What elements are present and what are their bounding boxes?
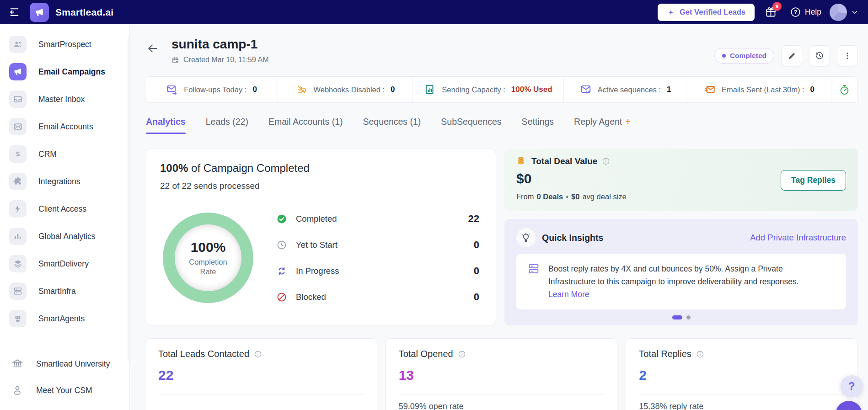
sidebar-item-smartdelivery[interactable]: SmartDelivery xyxy=(0,250,129,277)
tab-analytics[interactable]: Analytics xyxy=(146,117,186,134)
stopwatch-icon xyxy=(838,84,851,96)
sidebar-scrollbar[interactable] xyxy=(128,37,129,362)
help-circle-icon: ? xyxy=(790,6,801,18)
info-icon[interactable] xyxy=(458,350,466,358)
inbox-icon xyxy=(9,91,27,108)
history-button[interactable] xyxy=(809,45,830,66)
puzzle-icon xyxy=(9,173,27,190)
insight-text: Boost reply rates by 4X and cut bounces … xyxy=(548,262,810,301)
sidebar-item-smartlead-university[interactable]: Smartlead University xyxy=(0,351,129,377)
sidebar-item-email-accounts[interactable]: Email Accounts xyxy=(0,113,129,140)
tab-subsequences[interactable]: SubSequences xyxy=(441,117,501,134)
info-icon[interactable] xyxy=(696,350,704,358)
sidebar-item-smartinfra[interactable]: SmartInfra xyxy=(0,277,129,305)
person-icon xyxy=(11,384,23,396)
chevron-down-icon[interactable] xyxy=(851,8,859,16)
sidebar-footer: Smartlead University Meet Your CSM xyxy=(0,351,129,404)
sidebar-item-smartprospect[interactable]: SmartProspect xyxy=(0,31,129,58)
sidebar-item-crm[interactable]: $ CRM xyxy=(0,140,129,168)
learn-more-link[interactable]: Learn More xyxy=(548,290,589,299)
lightbulb-icon xyxy=(516,228,536,247)
bolt-icon xyxy=(9,200,27,218)
sidebar-item-meet-your-csm[interactable]: Meet Your CSM xyxy=(0,377,129,404)
smartlead-logo[interactable] xyxy=(30,3,49,22)
help-fab[interactable]: ? xyxy=(841,375,863,397)
megaphone-icon xyxy=(9,63,27,80)
mail-forward-icon xyxy=(166,84,178,96)
metric-title: Total Opened xyxy=(399,349,605,359)
tab-bar: Analytics Leads (22) Email Accounts (1) … xyxy=(145,117,858,134)
insight-item: Boost reply rates by 4X and cut bounces … xyxy=(516,254,846,309)
total-replies-card: Total Replies 2 15.38% reply rate xyxy=(626,338,858,410)
stat-webhooks-disabled: Webhooks Disabled : 0 xyxy=(278,77,413,102)
metric-value: 13 xyxy=(399,367,605,383)
users-icon xyxy=(9,36,27,53)
quick-insights-card: Quick Insights Add Private Infrastructur… xyxy=(504,219,858,325)
check-circle-icon xyxy=(275,213,288,224)
bar-chart-icon xyxy=(9,228,27,245)
metric-subtext: 59.09% open rate xyxy=(399,402,605,410)
svg-text:?: ? xyxy=(794,9,798,16)
legend-row-in-progress: In Progress 0 xyxy=(275,258,481,284)
edit-button[interactable] xyxy=(781,45,802,66)
quick-insights-title: Quick Insights xyxy=(542,233,603,243)
deal-card-title: Total Deal Value xyxy=(531,156,597,166)
sidebar-item-smartagents[interactable]: SmartAgents xyxy=(0,305,129,332)
envelope-icon xyxy=(9,118,27,135)
legend-row-blocked: Blocked 0 xyxy=(275,284,481,310)
sidebar-item-integrations[interactable]: Integrations xyxy=(0,168,129,195)
sidebar-item-email-campaigns[interactable]: Email Campaigns xyxy=(0,58,129,85)
coins-icon xyxy=(516,156,527,166)
more-options-button[interactable] xyxy=(837,45,858,66)
sync-icon xyxy=(275,266,288,277)
sidebar-item-global-analytics[interactable]: Global Analytics xyxy=(0,223,129,250)
gift-icon[interactable]: 9 xyxy=(765,6,777,18)
kebab-menu-icon xyxy=(843,51,852,60)
get-verified-leads-button[interactable]: Get Verified Leads xyxy=(658,4,755,21)
metric-title: Total Leads Contacted xyxy=(158,349,364,359)
metric-value: 2 xyxy=(639,367,845,383)
capacity-chart-icon xyxy=(424,84,436,96)
sidebar-item-client-access[interactable]: Client Access xyxy=(0,195,129,223)
back-button[interactable] xyxy=(146,42,160,55)
blocked-icon xyxy=(275,292,288,303)
page-header: sunita camp-1 Created Mar 10, 11:59 AM C… xyxy=(145,37,858,66)
carousel-dot[interactable] xyxy=(686,315,691,319)
tag-replies-button[interactable]: Tag Replies xyxy=(781,170,846,191)
collapse-sidebar-icon[interactable] xyxy=(8,6,21,18)
info-icon[interactable] xyxy=(254,350,262,358)
created-row: Created Mar 10, 11:59 AM xyxy=(171,56,268,64)
add-private-infrastructure-link[interactable]: Add Private Infrastructure xyxy=(750,233,846,243)
history-icon xyxy=(814,51,825,61)
tab-leads[interactable]: Leads (22) xyxy=(206,117,248,134)
pencil-icon xyxy=(787,51,797,61)
carousel-dots xyxy=(516,315,846,319)
stat-timer[interactable] xyxy=(831,77,857,102)
help-button[interactable]: ? Help xyxy=(790,6,821,18)
mail-sent-icon xyxy=(704,84,716,96)
university-icon xyxy=(11,358,23,370)
question-mark-icon: ? xyxy=(848,380,855,393)
deal-subtext: From 0 Deals • $0 avg deal size xyxy=(516,192,846,201)
brand-name: Smartlead.ai xyxy=(55,7,113,18)
total-deal-value-card: Total Deal Value $0 From 0 Deals • $0 av… xyxy=(504,149,858,211)
tab-settings[interactable]: Settings xyxy=(522,117,554,134)
divider xyxy=(399,394,605,394)
completion-legend: Completed 22 Yet to Start 0 In Progress … xyxy=(275,206,481,310)
campaign-stats-bar: Follow-ups Today : 0 Webhooks Disabled :… xyxy=(145,76,858,103)
campaign-completion-card: 100% of Campaign Completed 22 of 22 send… xyxy=(145,149,496,325)
page-title: sunita camp-1 xyxy=(171,37,268,52)
total-leads-contacted-card: Total Leads Contacted 22 xyxy=(145,338,377,410)
sidebar-item-master-inbox[interactable]: Master Inbox xyxy=(0,85,129,113)
mail-check-icon xyxy=(580,84,592,96)
carousel-dot-active[interactable] xyxy=(672,315,682,319)
tab-reply-agent[interactable]: Reply Agent+ xyxy=(574,117,631,134)
legend-row-yet-to-start: Yet to Start 0 xyxy=(275,232,481,258)
info-icon[interactable] xyxy=(602,157,610,165)
stat-sending-capacity: Sending Capacity : 100% Used xyxy=(413,77,564,102)
tab-sequences[interactable]: Sequences (1) xyxy=(363,117,421,134)
metric-subtext: 15.38% reply rate xyxy=(639,402,845,410)
tab-email-accounts[interactable]: Email Accounts (1) xyxy=(268,117,343,134)
legend-row-completed: Completed 22 xyxy=(275,206,481,232)
avatar[interactable] xyxy=(830,4,847,21)
